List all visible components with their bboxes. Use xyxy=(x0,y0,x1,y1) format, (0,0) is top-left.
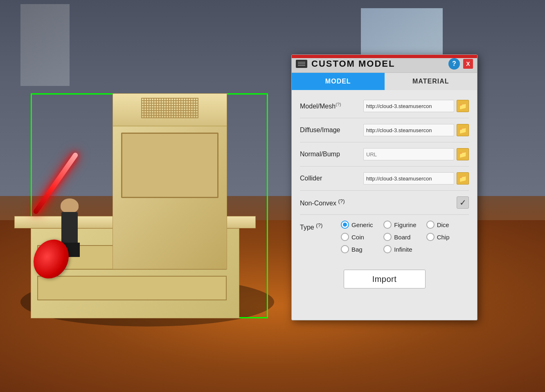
non-convex-label: Non-Convex (?) xyxy=(300,198,457,207)
radio-chip-label: Chip xyxy=(437,234,450,241)
radio-infinite-btn[interactable] xyxy=(383,245,392,253)
radio-chip[interactable]: Chip xyxy=(426,233,469,241)
model-mesh-input[interactable] xyxy=(363,100,454,112)
flag-icon xyxy=(292,55,477,58)
model-mesh-input-wrap: 📁 xyxy=(363,100,469,112)
collider-input[interactable] xyxy=(363,172,454,185)
model-panel xyxy=(121,133,218,198)
normal-bump-label: Normal/Bump xyxy=(300,151,363,158)
model-grille xyxy=(141,98,198,118)
import-section: Import xyxy=(292,263,477,295)
radio-board-btn[interactable] xyxy=(383,233,392,241)
radio-infinite-label: Infinite xyxy=(394,246,412,253)
panel-app-icon xyxy=(296,60,307,68)
radio-bag-btn[interactable] xyxy=(341,245,349,253)
radio-figurine-label: Figurine xyxy=(394,221,416,228)
collider-label: Collider xyxy=(300,175,363,182)
radio-coin[interactable]: Coin xyxy=(341,233,383,241)
radio-dice-btn[interactable] xyxy=(426,221,435,229)
tab-model[interactable]: MODEL xyxy=(292,73,385,90)
close-button[interactable]: X xyxy=(463,59,473,69)
type-options: Generic Figurine Dice Coin Board xyxy=(341,221,469,253)
radio-dice-label: Dice xyxy=(437,221,449,228)
model-column xyxy=(113,93,227,269)
non-convex-checkbox[interactable]: ✓ xyxy=(457,196,469,209)
field-row-model-mesh: Model/Mesh(?) 📁 xyxy=(300,94,469,118)
type-row: Type (?) Generic Figurine Dice Coin xyxy=(300,215,469,259)
field-row-diffuse: Diffuse/Image 📁 xyxy=(300,118,469,142)
non-convex-row: Non-Convex (?) ✓ xyxy=(300,191,469,215)
radio-generic-btn[interactable] xyxy=(341,221,349,229)
normal-bump-input-wrap: 📁 xyxy=(363,148,469,160)
model-mesh-label: Model/Mesh(?) xyxy=(300,102,363,110)
radio-bag-label: Bag xyxy=(351,246,363,253)
radio-coin-label: Coin xyxy=(351,234,364,241)
diffuse-input-wrap: 📁 xyxy=(363,124,469,136)
type-label: Type (?) xyxy=(300,221,341,231)
import-button[interactable]: Import xyxy=(344,270,426,288)
field-row-collider: Collider 📁 xyxy=(300,167,469,191)
radio-coin-btn[interactable] xyxy=(341,233,349,241)
radio-board-label: Board xyxy=(394,234,410,241)
model-mesh-folder-button[interactable]: 📁 xyxy=(457,100,469,112)
panel-content: Model/Mesh(?) 📁 Diffuse/Image 📁 Normal/B… xyxy=(292,90,477,263)
character-body xyxy=(61,212,78,245)
field-row-normal-bump: Normal/Bump 📁 xyxy=(300,142,469,167)
radio-board[interactable]: Board xyxy=(383,233,426,241)
panel-title: CUSTOM MODEL xyxy=(311,59,448,69)
bg-window-left xyxy=(20,4,70,86)
tab-bar: MODEL MATERIAL xyxy=(292,73,477,90)
radio-dice[interactable]: Dice xyxy=(426,221,469,229)
radio-bag[interactable]: Bag xyxy=(341,245,383,253)
collider-folder-button[interactable]: 📁 xyxy=(457,172,469,185)
help-button[interactable]: ? xyxy=(448,58,460,70)
character-head xyxy=(61,198,79,213)
radio-figurine[interactable]: Figurine xyxy=(383,221,426,229)
normal-bump-input[interactable] xyxy=(363,148,454,160)
model-column-top xyxy=(113,94,227,126)
radio-generic[interactable]: Generic xyxy=(341,221,383,229)
diffuse-label: Diffuse/Image xyxy=(300,126,363,134)
diffuse-folder-button[interactable]: 📁 xyxy=(457,124,469,136)
radio-chip-btn[interactable] xyxy=(426,233,435,241)
model-drawer-2 xyxy=(37,276,227,300)
radio-figurine-btn[interactable] xyxy=(383,221,392,229)
diffuse-input[interactable] xyxy=(363,124,454,136)
custom-model-panel: CUSTOM MODEL ? X MODEL MATERIAL Model/Me… xyxy=(291,54,477,320)
panel-titlebar: CUSTOM MODEL ? X xyxy=(292,55,477,73)
character xyxy=(53,179,86,245)
tab-material[interactable]: MATERIAL xyxy=(385,73,477,90)
radio-infinite[interactable]: Infinite xyxy=(383,245,426,253)
normal-bump-folder-button[interactable]: 📁 xyxy=(457,148,469,160)
radio-generic-label: Generic xyxy=(351,221,373,228)
collider-input-wrap: 📁 xyxy=(363,172,469,185)
